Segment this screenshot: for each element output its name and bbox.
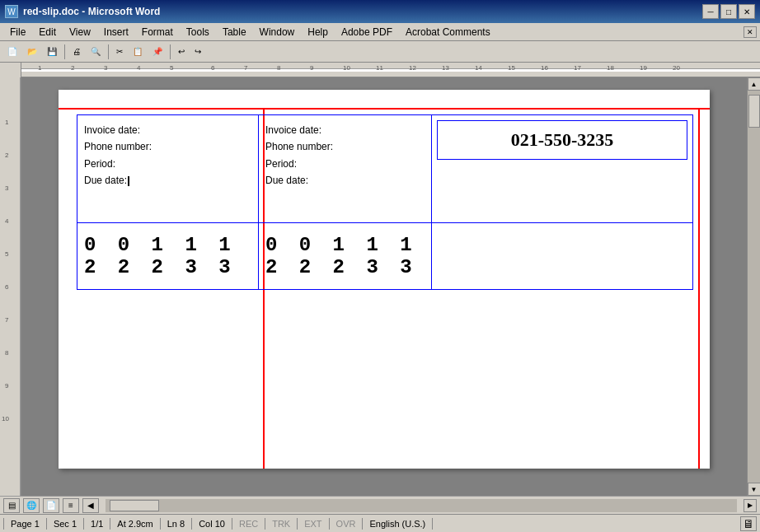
toolbar-btn-1[interactable]: 📄 <box>3 45 21 58</box>
status-lang: English (U.S.) <box>363 518 433 530</box>
status-page-of: 1/1 <box>84 518 110 530</box>
toolbar-btn-cut[interactable]: ✂ <box>112 45 127 58</box>
red-top-line <box>59 108 710 110</box>
status-trk: TRK <box>265 518 298 530</box>
scroll-track[interactable] <box>748 91 760 483</box>
toolbar-sep-3 <box>170 44 171 59</box>
scroll-thumb[interactable] <box>748 95 760 128</box>
status-page: Page 1 <box>3 518 47 530</box>
red-right-line <box>698 108 700 469</box>
menu-format[interactable]: Format <box>135 25 180 40</box>
app-icon: W <box>5 5 18 18</box>
middle-info-cell: Invoice date: Phone number: Period: Due … <box>259 115 432 222</box>
status-ovr: OVR <box>330 518 364 530</box>
horizontal-scrollbar[interactable] <box>106 499 737 512</box>
toolbar-btn-2[interactable]: 📂 <box>23 45 41 58</box>
menu-insert[interactable]: Insert <box>97 25 135 40</box>
menu-edit[interactable]: Edit <box>32 25 63 40</box>
vertical-ruler: 1 2 3 4 5 6 7 8 9 10 <box>0 77 21 496</box>
empty-right-cell <box>432 223 692 289</box>
invoice-date-label-left: Invoice date: <box>84 122 251 138</box>
phone-number-box: 021-550-3235 <box>437 120 687 160</box>
left-barcode-cell: 0 0 1 1 1 2 2 2 3 3 <box>77 223 259 289</box>
document-area: Invoice date: Phone number: Period: Due … <box>21 77 747 496</box>
status-rec: REC <box>232 518 265 530</box>
due-date-label-left: Due date: <box>84 172 251 189</box>
window-title: red-slip.doc - Microsoft Word <box>23 6 160 17</box>
view-web-btn[interactable]: 🌐 <box>23 498 40 513</box>
minimize-button[interactable]: ─ <box>702 4 719 19</box>
scroll-h-right-btn[interactable]: ▶ <box>744 499 757 512</box>
window-controls: ─ □ ✕ <box>702 4 755 19</box>
menu-table[interactable]: Table <box>216 25 253 40</box>
scroll-h-thumb[interactable] <box>110 500 159 511</box>
right-barcode-cell: 0 0 1 1 1 2 2 2 3 3 <box>259 223 432 289</box>
scroll-h-left-btn[interactable]: ◀ <box>82 498 99 513</box>
toolbar-btn-print[interactable]: 🖨 <box>68 45 85 58</box>
horizontal-ruler: 1 2 3 4 5 6 7 8 9 10 11 12 13 14 15 16 1… <box>21 63 760 77</box>
phone-number-cell: 021-550-3235 <box>432 115 692 222</box>
top-row: Invoice date: Phone number: Period: Due … <box>77 114 693 223</box>
menu-file[interactable]: File <box>3 25 32 40</box>
ruler-area: 1 2 3 4 5 6 7 8 9 10 11 12 13 14 15 16 1… <box>0 63 760 77</box>
close-button[interactable]: ✕ <box>739 4 755 19</box>
bottom-row: 0 0 1 1 1 2 2 2 3 3 0 0 1 1 1 2 2 2 3 3 <box>77 223 693 290</box>
status-icon[interactable]: 🖥 <box>740 516 757 531</box>
status-ln: Ln 8 <box>161 518 192 530</box>
period-label-right: Period: <box>265 156 425 172</box>
scroll-down-button[interactable]: ▼ <box>748 483 761 496</box>
menu-tools[interactable]: Tools <box>180 25 216 40</box>
menu-bar: File Edit View Insert Format Tools Table… <box>0 23 760 41</box>
toolbar-btn-copy[interactable]: 📋 <box>129 45 147 58</box>
ruler-corner <box>0 63 21 77</box>
maximize-button[interactable]: □ <box>720 4 737 19</box>
view-normal-btn[interactable]: ▤ <box>3 498 20 513</box>
barcode-right: 0 0 1 1 1 2 2 2 3 3 <box>265 234 425 278</box>
menu-window[interactable]: Window <box>253 25 302 40</box>
status-right: 🖥 <box>740 516 757 531</box>
left-info-cell: Invoice date: Phone number: Period: Due … <box>77 115 259 222</box>
vertical-scrollbar: ▲ ▼ <box>747 77 760 496</box>
scroll-up-button[interactable]: ▲ <box>748 77 761 91</box>
menu-close-button[interactable]: ✕ <box>744 26 757 38</box>
period-label-left: Period: <box>84 156 251 172</box>
toolbar-btn-undo[interactable]: ↩ <box>174 45 189 58</box>
status-col: Col 10 <box>192 518 232 530</box>
menu-acrobat[interactable]: Acrobat Comments <box>399 25 497 40</box>
document-content: Invoice date: Phone number: Period: Due … <box>77 114 693 290</box>
barcode-left: 0 0 1 1 1 2 2 2 3 3 <box>84 234 251 278</box>
toolbar-btn-preview[interactable]: 🔍 <box>87 45 105 58</box>
status-at: At 2.9cm <box>110 518 160 530</box>
document-page: Invoice date: Phone number: Period: Due … <box>59 90 710 469</box>
phone-number: 021-550-3235 <box>511 129 614 150</box>
invoice-date-label-right: Invoice date: <box>265 122 425 138</box>
status-ext: EXT <box>298 518 329 530</box>
due-date-label-right: Due date: <box>265 172 425 189</box>
status-bar: Page 1 Sec 1 1/1 At 2.9cm Ln 8 Col 10 RE… <box>0 514 760 532</box>
menu-help[interactable]: Help <box>301 25 335 40</box>
toolbar-btn-redo[interactable]: ↪ <box>190 45 205 58</box>
toolbar-sep-2 <box>108 44 109 59</box>
toolbar-btn-3[interactable]: 💾 <box>43 45 61 58</box>
phone-number-label-left: Phone number: <box>84 138 251 155</box>
menu-adobe[interactable]: Adobe PDF <box>335 25 399 40</box>
toolbar-sep-1 <box>64 44 65 59</box>
title-bar: W red-slip.doc - Microsoft Word ─ □ ✕ <box>0 0 760 23</box>
phone-number-label-right: Phone number: <box>265 138 425 155</box>
main-area: 1 2 3 4 5 6 7 8 9 10 Invoi <box>0 77 760 496</box>
toolbar: 📄 📂 💾 🖨 🔍 ✂ 📋 📌 ↩ ↪ <box>0 41 760 63</box>
view-print-btn[interactable]: 📄 <box>43 498 59 513</box>
toolbar-btn-paste[interactable]: 📌 <box>148 45 167 58</box>
status-sec: Sec 1 <box>47 518 84 530</box>
bottom-toolbar: ▤ 🌐 📄 ≡ ◀ ▶ <box>0 496 760 514</box>
view-outline-btn[interactable]: ≡ <box>63 498 79 513</box>
menu-view[interactable]: View <box>63 25 97 40</box>
